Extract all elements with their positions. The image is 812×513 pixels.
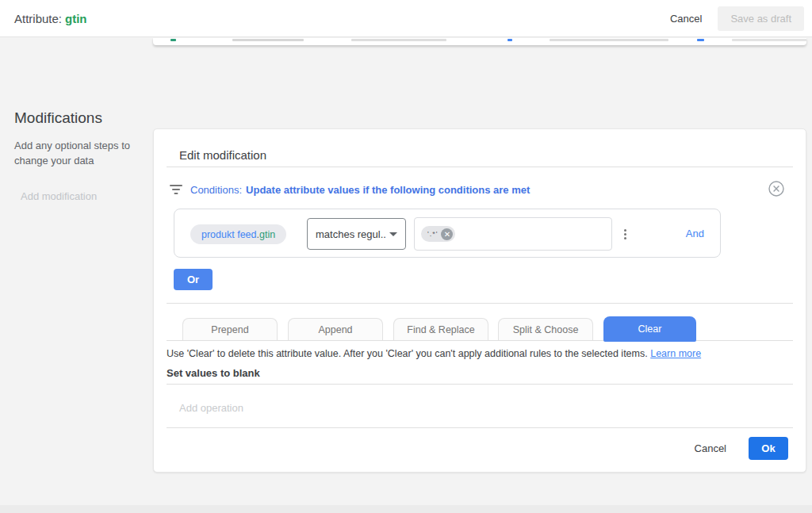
clear-note-text: Use 'Clear' to delete this attribute val… [167, 348, 650, 359]
modifications-sidebar: Modifications Add any optional steps to … [14, 109, 141, 202]
clipped-text-fragment [351, 39, 446, 41]
clipped-text-fragment [508, 39, 512, 41]
add-operation-link[interactable]: Add operation [179, 402, 243, 414]
bottom-strip [0, 505, 812, 513]
clipped-text-fragment [697, 39, 704, 41]
clipped-text-fragment [732, 39, 806, 41]
remove-value-icon[interactable]: ✕ [441, 228, 453, 240]
divider [167, 167, 793, 167]
divider [167, 303, 793, 304]
ok-button[interactable]: Ok [749, 437, 788, 460]
clipped-text-fragment [170, 39, 176, 41]
or-condition-button[interactable]: Or [174, 269, 213, 290]
save-as-draft-button[interactable]: Save as draft [718, 6, 804, 31]
edit-modification-card: Edit modification Conditions: Update att… [153, 128, 806, 473]
cancel-button-card[interactable]: Cancel [687, 438, 734, 459]
operator-dropdown[interactable]: matches regul... [307, 218, 406, 250]
clear-note: Use 'Clear' to delete this attribute val… [167, 348, 701, 359]
tab-prepend[interactable]: Prepend [182, 318, 278, 340]
cancel-button-top[interactable]: Cancel [662, 8, 710, 29]
card-title: Edit modification [179, 148, 266, 162]
condition-row: produkt feed.gtin matches regul... '.*' … [174, 209, 721, 258]
tabs-baseline [167, 340, 793, 341]
attribute-name: gtin [65, 12, 87, 25]
operator-value: matches regul... [316, 228, 386, 240]
set-values-label: Set values to blank [167, 367, 260, 379]
and-condition-link[interactable]: And [686, 228, 704, 239]
conditions-text: Update attribute values if the following… [246, 184, 530, 196]
modifications-description: Add any optional steps to change your da… [14, 139, 141, 169]
value-chip-text: '.*' [427, 230, 438, 238]
condition-value-input[interactable]: '.*' ✕ [414, 217, 612, 251]
remove-conditions-icon[interactable] [768, 180, 785, 197]
more-options-icon[interactable] [617, 221, 633, 247]
top-bar: Attribute:gtin Cancel Save as draft [0, 0, 812, 37]
attribute-chip[interactable]: produkt feed.gtin [190, 224, 286, 244]
add-modification-link[interactable]: Add modification [21, 190, 141, 202]
tab-clear[interactable]: Clear [603, 316, 696, 342]
attribute-chip-attr: gtin [259, 229, 275, 240]
learn-more-link[interactable]: Learn more [650, 348, 701, 359]
clipped-upper-card [153, 38, 806, 45]
tab-find-replace[interactable]: Find & Replace [393, 318, 488, 340]
filter-icon [170, 185, 182, 194]
attribute-chip-feed: produkt feed [201, 229, 257, 240]
conditions-label: Conditions: [190, 184, 242, 196]
conditions-header: Conditions: Update attribute values if t… [170, 182, 530, 197]
divider [167, 427, 793, 428]
card-footer: Cancel Ok [687, 437, 788, 460]
tab-split-choose[interactable]: Split & Choose [498, 318, 593, 340]
value-chip[interactable]: '.*' ✕ [421, 226, 455, 242]
chevron-down-icon [389, 232, 397, 236]
tab-append[interactable]: Append [288, 318, 383, 340]
page-title: Attribute:gtin [14, 12, 87, 25]
clipped-text-fragment [550, 39, 668, 41]
modifications-heading: Modifications [14, 109, 141, 127]
divider [167, 384, 793, 385]
clipped-text-fragment [232, 39, 304, 41]
page-title-prefix: Attribute: [14, 12, 62, 25]
